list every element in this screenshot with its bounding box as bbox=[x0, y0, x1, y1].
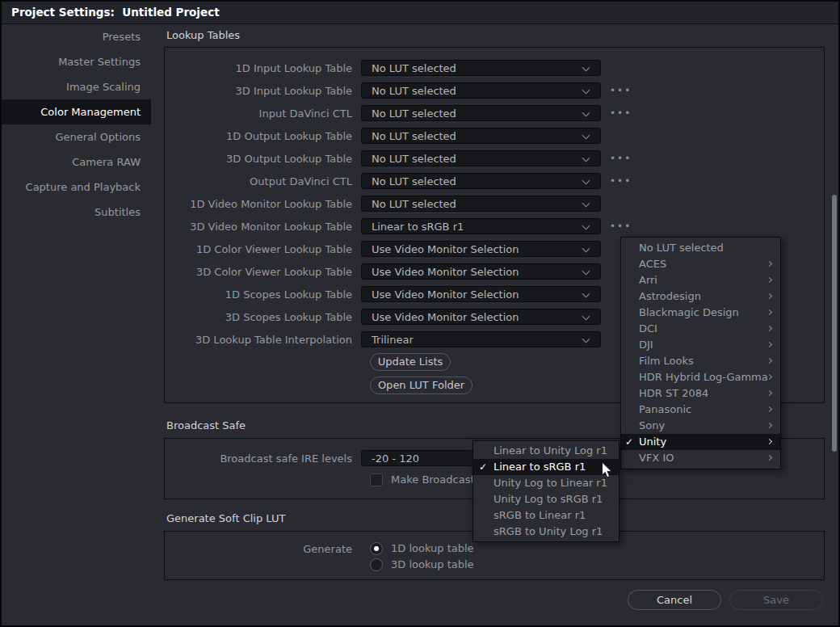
radio-3d-lookup-table-label: 3D lookup table bbox=[391, 558, 474, 571]
menu-item-vfx-io[interactable]: VFX IO bbox=[621, 450, 780, 466]
broadcast-ire-label: Broadcast safe IRE levels bbox=[167, 452, 361, 465]
submenu-item-label: sRGB to Linear r1 bbox=[494, 509, 586, 521]
menu-item-no-lut-selected[interactable]: No LUT selected bbox=[621, 240, 780, 256]
dropdown-input-davinci-ctl[interactable]: No LUT selected bbox=[361, 105, 601, 121]
sidebar-item-master-settings[interactable]: Master Settings bbox=[0, 49, 151, 74]
menu-item-sony[interactable]: Sony bbox=[621, 418, 780, 434]
menu-item-label: HDR ST 2084 bbox=[639, 387, 708, 399]
chevron-down-icon bbox=[583, 246, 590, 252]
menu-item-film-looks[interactable]: Film Looks bbox=[621, 353, 780, 369]
dropdown-3d-input-lut[interactable]: No LUT selected bbox=[361, 82, 601, 99]
menu-item-dji[interactable]: DJI bbox=[621, 337, 780, 353]
dropdown-output-davinci-ctl[interactable]: No LUT selected bbox=[361, 173, 601, 189]
chevron-right-icon bbox=[766, 293, 772, 299]
submenu-item-label: Unity Log to sRGB r1 bbox=[494, 493, 603, 505]
dropdown-value: No LUT selected bbox=[362, 107, 600, 120]
dropdown-value: Linear to sRGB r1 bbox=[362, 221, 600, 233]
submenu-item-linear-to-unity-log[interactable]: Linear to Unity Log r1 bbox=[473, 443, 619, 459]
submenu-item-srgb-to-unity-log[interactable]: sRGB to Unity Log r1 bbox=[473, 524, 619, 540]
chevron-right-icon bbox=[766, 390, 772, 396]
menu-item-aces[interactable]: ACES bbox=[621, 256, 780, 272]
menu-item-label: Sony bbox=[639, 419, 665, 431]
menu-item-astrodesign[interactable]: Astrodesign bbox=[621, 288, 780, 305]
chevron-down-icon bbox=[583, 336, 590, 343]
ellipsis-options-icon[interactable]: ••• bbox=[610, 105, 632, 121]
menu-item-arri[interactable]: Arri bbox=[621, 272, 780, 288]
menu-item-blackmagic-design[interactable]: Blackmagic Design bbox=[621, 305, 780, 321]
menu-item-hdr-hybrid-log-gamma[interactable]: HDR Hybrid Log-Gamma bbox=[621, 369, 780, 385]
dropdown-value: Use Video Monitor Selection bbox=[362, 266, 600, 278]
submenu-item-linear-to-srgb[interactable]: ✓Linear to sRGB r1 bbox=[473, 459, 619, 475]
dropdown-value: No LUT selected bbox=[362, 85, 600, 97]
dropdown-value: Use Video Monitor Selection bbox=[362, 311, 600, 323]
lut-row: Output DaVinci CTL No LUT selected ••• bbox=[167, 173, 632, 189]
ellipsis-options-icon[interactable]: ••• bbox=[610, 218, 632, 234]
radio-1d-lookup-table[interactable] bbox=[370, 542, 383, 555]
open-lut-folder-button[interactable]: Open LUT Folder bbox=[370, 377, 472, 394]
menu-item-label: ACES bbox=[639, 258, 666, 270]
chevron-down-icon bbox=[583, 314, 590, 320]
lut-row: 3D Input Lookup Table No LUT selected ••… bbox=[167, 82, 632, 99]
dropdown-1d-scopes-lut[interactable]: Use Video Monitor Selection bbox=[361, 286, 601, 302]
dropdown-value: No LUT selected bbox=[362, 130, 600, 142]
lut-row-label: 3D Input Lookup Table bbox=[167, 85, 361, 97]
dropdown-3d-scopes-lut[interactable]: Use Video Monitor Selection bbox=[361, 309, 601, 325]
dropdown-3d-color-viewer-lut[interactable]: Use Video Monitor Selection bbox=[361, 263, 601, 280]
save-button[interactable]: Save bbox=[729, 590, 823, 610]
submenu-item-unity-log-to-linear[interactable]: Unity Log to Linear r1 bbox=[473, 475, 619, 491]
dropdown-1d-color-viewer-lut[interactable]: Use Video Monitor Selection bbox=[361, 241, 601, 257]
lut-category-menu: No LUT selected ACES Arri Astrodesign Bl… bbox=[620, 237, 781, 469]
chevron-right-icon bbox=[766, 342, 772, 347]
lut-row-label: 1D Color Viewer Lookup Table bbox=[167, 243, 361, 255]
submenu-item-srgb-to-linear[interactable]: sRGB to Linear r1 bbox=[473, 507, 619, 524]
ellipsis-options-icon[interactable]: ••• bbox=[610, 150, 632, 166]
ellipsis-options-icon[interactable]: ••• bbox=[610, 82, 632, 99]
menu-item-label: Arri bbox=[639, 274, 657, 286]
dropdown-1d-video-monitor-lut[interactable]: No LUT selected bbox=[361, 196, 601, 212]
sidebar-item-capture-and-playback[interactable]: Capture and Playback bbox=[0, 175, 151, 200]
menu-item-label: DJI bbox=[639, 339, 653, 351]
lut-row: 3D Video Monitor Lookup Table Linear to … bbox=[167, 218, 632, 234]
dropdown-3d-lut-interpolation[interactable]: Trilinear bbox=[361, 331, 601, 347]
vertical-scrollbar-thumb[interactable] bbox=[831, 194, 838, 452]
chevron-right-icon bbox=[766, 326, 772, 331]
cancel-button[interactable]: Cancel bbox=[628, 590, 721, 610]
lut-row: 3D Output Lookup Table No LUT selected •… bbox=[167, 150, 632, 166]
sidebar-item-general-options[interactable]: General Options bbox=[0, 124, 151, 149]
dropdown-3d-video-monitor-lut[interactable]: Linear to sRGB r1 bbox=[361, 218, 601, 234]
dropdown-1d-input-lut[interactable]: No LUT selected bbox=[361, 60, 601, 76]
lut-row-label: 1D Input Lookup Table bbox=[167, 62, 361, 74]
radio-3d-lookup-table[interactable] bbox=[370, 558, 383, 571]
ellipsis-options-icon[interactable]: ••• bbox=[610, 173, 632, 189]
menu-item-label: HDR Hybrid Log-Gamma bbox=[639, 371, 768, 383]
lut-row: 3D Scopes Lookup Table Use Video Monitor… bbox=[167, 309, 601, 325]
lut-row-label: 3D Color Viewer Lookup Table bbox=[167, 266, 361, 278]
menu-item-dci[interactable]: DCI bbox=[621, 321, 780, 337]
menu-item-panasonic[interactable]: Panasonic bbox=[621, 402, 780, 418]
soft-clip-section-title: Generate Soft Clip LUT bbox=[166, 512, 285, 525]
menu-item-hdr-st-2084[interactable]: HDR ST 2084 bbox=[621, 385, 780, 402]
submenu-item-label: Unity Log to Linear r1 bbox=[494, 477, 607, 489]
make-broadcast-safe-checkbox[interactable] bbox=[370, 473, 383, 486]
lut-row: 1D Video Monitor Lookup Table No LUT sel… bbox=[167, 196, 601, 212]
sidebar-item-camera-raw[interactable]: Camera RAW bbox=[0, 149, 151, 175]
sidebar-item-color-management[interactable]: Color Management bbox=[0, 99, 151, 124]
update-lists-button[interactable]: Update Lists bbox=[370, 353, 451, 371]
sidebar-item-image-scaling[interactable]: Image Scaling bbox=[0, 74, 151, 99]
dropdown-value: Use Video Monitor Selection bbox=[362, 243, 600, 255]
broadcast-safe-section-title: Broadcast Safe bbox=[166, 419, 246, 432]
submenu-item-unity-log-to-srgb[interactable]: Unity Log to sRGB r1 bbox=[473, 491, 619, 507]
lut-row: 1D Scopes Lookup Table Use Video Monitor… bbox=[167, 286, 601, 302]
lut-row-label: Input DaVinci CTL bbox=[167, 107, 361, 120]
chevron-right-icon bbox=[766, 309, 772, 315]
dropdown-1d-output-lut[interactable]: No LUT selected bbox=[361, 128, 601, 144]
sidebar-item-presets[interactable]: Presets bbox=[0, 24, 151, 49]
dropdown-3d-output-lut[interactable]: No LUT selected bbox=[361, 150, 601, 166]
dropdown-value: No LUT selected bbox=[362, 153, 600, 165]
menu-item-label: Blackmagic Design bbox=[639, 306, 739, 318]
lut-row-label: 3D Scopes Lookup Table bbox=[167, 311, 361, 323]
menu-item-unity[interactable]: ✓Unity bbox=[621, 434, 780, 450]
menu-item-label: Astrodesign bbox=[639, 290, 701, 302]
dropdown-value: Trilinear bbox=[362, 334, 600, 346]
sidebar-item-subtitles[interactable]: Subtitles bbox=[0, 200, 151, 225]
